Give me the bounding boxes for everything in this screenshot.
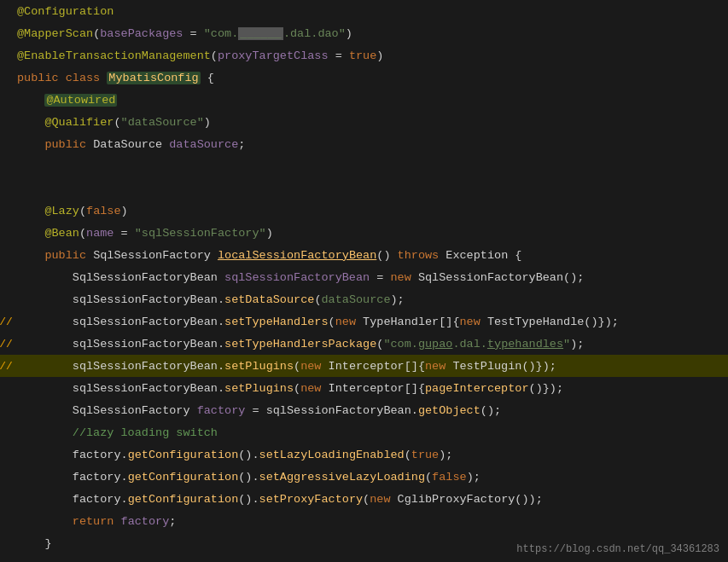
code-line-11: @Bean(name = "sqlSessionFactory") <box>0 222 728 244</box>
line-content-12: public SqlSessionFactory localSessionFac… <box>12 249 728 262</box>
line-content-9 <box>12 183 728 195</box>
line-content-14: sqlSessionFactoryBean.setDataSource(data… <box>12 293 728 306</box>
line-content-11: @Bean(name = "sqlSessionFactory") <box>12 227 728 240</box>
line-content-19: SqlSessionFactory factory = sqlSessionFa… <box>12 404 728 417</box>
code-line-14: sqlSessionFactoryBean.setDataSource(data… <box>0 288 728 310</box>
line-content-18: sqlSessionFactoryBean.setPlugins(new Int… <box>12 382 728 395</box>
code-line-9 <box>0 177 728 200</box>
code-line-10: @Lazy(false) <box>0 200 728 222</box>
line-content-8 <box>12 160 728 173</box>
line-content-13: SqlSessionFactoryBean sqlSessionFactoryB… <box>12 271 728 284</box>
code-line-17: // sqlSessionFactoryBean.setPlugins(new … <box>0 355 728 377</box>
code-line-4: public class MybatisConfig { <box>0 67 728 89</box>
line-content-16: sqlSessionFactoryBean.setTypeHandlersPac… <box>12 338 728 351</box>
gutter-16: // <box>0 338 12 351</box>
code-line-19: SqlSessionFactory factory = sqlSessionFa… <box>0 399 728 421</box>
code-line-23: factory.getConfiguration().setProxyFacto… <box>0 488 728 510</box>
line-content-6: @Qualifier("dataSource") <box>12 116 728 129</box>
line-content-23: factory.getConfiguration().setProxyFacto… <box>12 493 728 506</box>
line-content-5: @Autowired <box>12 94 728 107</box>
code-line-13: SqlSessionFactoryBean sqlSessionFactoryB… <box>0 266 728 288</box>
code-line-5: @Autowired <box>0 89 728 111</box>
gutter-15: // <box>0 316 12 328</box>
code-line-22: factory.getConfiguration().setAggressive… <box>0 466 728 488</box>
line-content-22: factory.getConfiguration().setAggressive… <box>12 471 728 484</box>
line-content-17: sqlSessionFactoryBean.setPlugins(new Int… <box>12 360 728 373</box>
code-line-3: @EnableTransactionManagement(proxyTarget… <box>0 44 728 67</box>
line-content-10: @Lazy(false) <box>12 205 728 217</box>
code-line-15: // sqlSessionFactoryBean.setTypeHandlers… <box>0 310 728 333</box>
line-content-20: //lazy loading switch <box>12 426 728 439</box>
code-line-1: @Configuration <box>0 0 728 22</box>
code-editor: @Configuration @MapperScan(basePackages … <box>0 0 728 562</box>
code-line-7: public DataSource dataSource; <box>0 133 728 155</box>
line-content-4: public class MybatisConfig { <box>12 72 728 84</box>
line-content-24: return factory; <box>12 515 728 528</box>
line-content-2: @MapperScan(basePackages = "com.______.d… <box>12 27 728 40</box>
code-line-8 <box>0 155 728 177</box>
line-content-1: @Configuration <box>12 5 728 18</box>
code-line-21: factory.getConfiguration().setLazyLoadin… <box>0 443 728 466</box>
code-line-24: return factory; <box>0 510 728 532</box>
line-content-7: public DataSource dataSource; <box>12 138 728 151</box>
code-line-6: @Qualifier("dataSource") <box>0 111 728 133</box>
gutter-17: // <box>0 360 12 373</box>
code-line-18: sqlSessionFactoryBean.setPlugins(new Int… <box>0 377 728 399</box>
line-content-3: @EnableTransactionManagement(proxyTarget… <box>12 49 728 62</box>
code-line-12: public SqlSessionFactory localSessionFac… <box>0 244 728 266</box>
code-line-20: //lazy loading switch <box>0 421 728 443</box>
line-content-21: factory.getConfiguration().setLazyLoadin… <box>12 449 728 461</box>
url-attribution: https://blog.csdn.net/qq_34361283 <box>516 543 719 555</box>
code-line-16: // sqlSessionFactoryBean.setTypeHandlers… <box>0 333 728 355</box>
code-line-2: @MapperScan(basePackages = "com.______.d… <box>0 22 728 44</box>
line-content-15: sqlSessionFactoryBean.setTypeHandlers(ne… <box>12 316 728 328</box>
